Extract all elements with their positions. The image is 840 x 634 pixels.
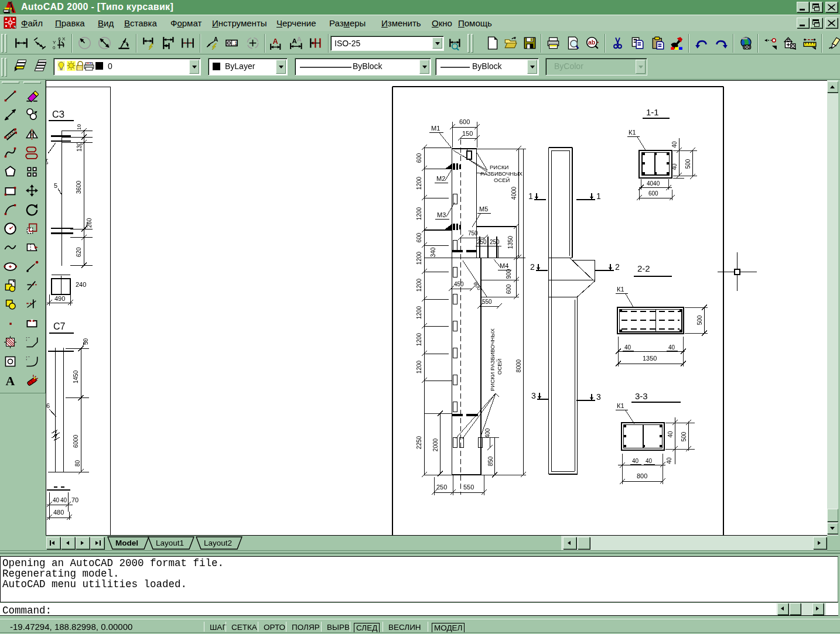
svg-text:C7: C7 [53,321,66,331]
svg-text:500: 500 [685,159,691,169]
svg-text:250: 250 [477,239,487,245]
svg-text:1350: 1350 [643,355,657,362]
svg-text:Y: Y [53,40,56,45]
svg-text:2: 2 [530,262,535,272]
svg-text:40: 40 [671,141,678,148]
svg-text:К1: К1 [617,402,624,409]
svg-text:600: 600 [506,284,512,294]
svg-text:М4: М4 [500,262,508,269]
svg-text:1200: 1200 [416,306,422,319]
svg-text:1200: 1200 [416,207,422,220]
svg-text:150: 150 [462,130,473,137]
svg-text:вч: вч [46,159,49,165]
svg-text:1200: 1200 [416,176,422,190]
svg-text:490: 490 [54,295,65,302]
svg-text:600: 600 [416,232,422,242]
svg-text:К1: К1 [629,129,636,136]
svg-text:550: 550 [482,299,492,305]
svg-text:40: 40 [624,344,631,351]
svg-text:2-2: 2-2 [637,263,650,273]
svg-text:40: 40 [671,163,678,170]
svg-text:5: 5 [54,182,57,189]
svg-text:10: 10 [76,124,82,130]
svg-text:Layout1: Layout1 [156,539,184,547]
svg-text:240: 240 [76,281,86,288]
svg-text:ОСЕЙ: ОСЕЙ [494,177,510,183]
svg-text:1200: 1200 [416,251,422,265]
svg-text:6000: 6000 [73,434,79,448]
svg-text:480: 480 [53,509,64,516]
svg-text:400: 400 [484,428,491,438]
svg-text:450: 450 [454,281,464,287]
svg-text:900: 900 [506,269,512,279]
svg-text:A: A [297,36,302,43]
svg-text:340: 340 [430,247,436,257]
svg-text:600: 600 [648,190,658,197]
svg-text:0: 0 [53,45,56,50]
svg-text:620: 620 [76,247,82,257]
svg-text:1200: 1200 [416,333,422,346]
svg-text:1450: 1450 [73,370,79,383]
svg-text:3600: 3600 [76,180,82,194]
svg-text:М5: М5 [479,205,488,213]
svg-text:ab: ab [588,39,595,46]
svg-text:70: 70 [71,496,78,503]
svg-text:1350: 1350 [507,235,514,249]
svg-text:М2: М2 [436,175,445,182]
svg-text:600: 600 [459,118,470,125]
svg-text:Layout2: Layout2 [204,539,232,547]
svg-text:600: 600 [416,153,422,163]
svg-text:40: 40 [632,458,639,464]
svg-text:40: 40 [60,497,67,503]
svg-text:40: 40 [666,457,672,464]
svg-text:1: 1 [596,191,601,201]
svg-text:850: 850 [487,456,494,466]
svg-text:500: 500 [696,315,703,325]
svg-text:.1: .1 [233,40,237,46]
svg-text:8000: 8000 [515,359,522,372]
svg-text:500: 500 [681,431,687,441]
svg-text:РИСКИ: РИСКИ [490,164,509,170]
svg-text:1: 1 [528,191,533,201]
svg-text:250: 250 [490,239,500,245]
svg-text:A: A [273,37,278,46]
svg-text:2: 2 [615,262,620,272]
svg-text:40: 40 [668,344,675,351]
svg-text:40: 40 [646,458,653,464]
svg-text:ОСЕЙ: ОСЕЙ [496,358,503,375]
svg-text:СЗ: СЗ [52,109,64,119]
svg-text:2000: 2000 [432,438,439,451]
svg-text:A: A [214,36,218,43]
svg-text:1200: 1200 [416,360,422,373]
svg-text:Model: Model [115,539,138,547]
svg-text:К1: К1 [617,286,624,293]
svg-text:2250: 2250 [416,436,422,449]
svg-text:М1: М1 [431,125,440,132]
svg-text:550: 550 [463,484,474,491]
svg-text:3-3: 3-3 [635,391,648,401]
svg-text:40: 40 [53,497,60,503]
svg-text:3: 3 [531,391,536,400]
svg-text:80: 80 [74,460,81,467]
svg-text:РИСКИ РАЗБИВОЧНЫХ: РИСКИ РАЗБИВОЧНЫХ [489,328,496,391]
svg-text:1-1: 1-1 [646,107,659,117]
svg-text:800: 800 [637,472,647,479]
svg-text:A: A [5,374,15,387]
svg-text:130: 130 [76,142,83,152]
svg-text:40: 40 [667,431,674,438]
svg-text:РАЗБИВОЧНЫХ: РАЗБИВОЧНЫХ [480,170,523,177]
svg-text:М3: М3 [437,211,446,218]
svg-text:750: 750 [468,230,478,237]
svg-text:3: 3 [596,392,601,402]
svg-text:1200: 1200 [416,278,422,292]
svg-text:260: 260 [86,218,93,228]
svg-text:250: 250 [436,484,447,491]
svg-text:4000: 4000 [511,186,517,200]
svg-text:6: 6 [46,402,50,409]
svg-text:4040: 4040 [647,180,660,187]
